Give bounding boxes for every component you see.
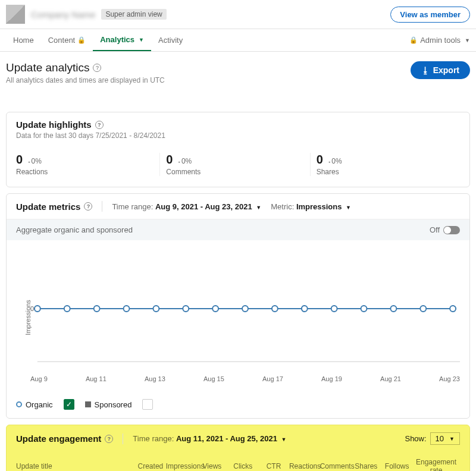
show-value: 10 <box>436 434 444 443</box>
export-button[interactable]: ⭳ Export <box>411 61 470 79</box>
svg-point-11 <box>302 306 308 312</box>
stat-reactions: 0 0% Reactions <box>16 153 160 176</box>
page-title-text: Update analytics <box>6 61 89 74</box>
legend-sponsored-label: Sponsored <box>95 400 132 409</box>
highlights-card: Update highlights ? Data for the last 30… <box>6 112 470 187</box>
organic-checkbox[interactable]: ✓ <box>64 399 74 410</box>
stat-delta: 0% <box>178 157 192 165</box>
svg-point-6 <box>153 306 159 312</box>
stat-shares: 0 0% Shares <box>311 153 460 176</box>
svg-point-10 <box>272 306 278 312</box>
help-icon[interactable]: ? <box>105 435 113 443</box>
svg-point-2 <box>35 306 40 312</box>
show-count-selector[interactable]: 10 ▼ <box>430 432 460 445</box>
chevron-down-icon: ▼ <box>256 205 261 211</box>
lock-icon: 🔒 <box>77 36 86 44</box>
svg-point-9 <box>242 306 248 312</box>
time-range-selector[interactable]: Time range: Aug 9, 2021 - Aug 23, 2021 ▼ <box>112 202 261 211</box>
aggregate-label: Aggregate organic and sponsored <box>16 225 133 234</box>
th-shares: Shares <box>350 462 381 470</box>
lock-icon: 🔒 <box>409 36 418 44</box>
tab-home[interactable]: Home <box>6 30 41 51</box>
th-update-title: Update title <box>16 462 135 470</box>
tab-activity[interactable]: Activity <box>151 30 190 51</box>
svg-point-3 <box>64 306 70 312</box>
time-range-value: Aug 11, 2021 - Aug 25, 2021 <box>176 434 277 443</box>
svg-point-16 <box>450 306 456 312</box>
chevron-down-icon: ▼ <box>346 205 351 211</box>
svg-point-15 <box>420 306 426 312</box>
th-er: Engagement rate <box>412 458 460 471</box>
time-range-label: Time range: <box>133 434 174 443</box>
aggregate-state: Off <box>430 225 440 234</box>
time-range-label: Time range: <box>112 202 153 211</box>
svg-point-14 <box>390 306 396 312</box>
sponsored-marker-icon <box>85 401 91 407</box>
admin-tools-label: Admin tools <box>420 36 461 45</box>
show-label: Show: <box>405 434 426 443</box>
org-logo[interactable] <box>6 5 25 24</box>
th-impressions: Impressions <box>166 462 197 470</box>
highlights-title-text: Update highlights <box>16 120 92 130</box>
tab-analytics-label: Analytics <box>100 35 134 44</box>
svg-point-7 <box>183 306 189 312</box>
svg-point-5 <box>124 306 130 312</box>
y-axis-label: Impressions <box>24 300 32 335</box>
aggregate-toggle[interactable] <box>443 226 460 234</box>
page-subtitle: All analytics dates and times are displa… <box>6 76 165 84</box>
help-icon[interactable]: ? <box>95 121 104 129</box>
engagement-time-range-selector[interactable]: Time range: Aug 11, 2021 - Aug 25, 2021 … <box>133 434 286 443</box>
stat-label: Comments <box>166 168 303 176</box>
highlights-range: Data for the last 30 days 7/25/2021 - 8/… <box>16 131 460 140</box>
th-clicks: Clicks <box>227 462 258 470</box>
th-views: Views <box>197 462 228 470</box>
nav-tabs: Home Content 🔒 Analytics ▼ Activity 🔒 Ad… <box>0 29 476 52</box>
stat-label: Shares <box>317 168 454 176</box>
organic-marker-icon <box>16 401 22 407</box>
engagement-table: Update title Created Impressions Views C… <box>7 452 469 471</box>
stat-comments: 0 0% Comments <box>160 153 310 176</box>
th-created: Created <box>135 462 166 470</box>
stat-value: 0 <box>16 153 23 167</box>
stat-value: 0 <box>166 153 173 167</box>
download-icon: ⭳ <box>421 65 430 75</box>
page-heading-row: Update analytics ? All analytics dates a… <box>0 52 476 94</box>
tab-content[interactable]: Content 🔒 <box>41 30 93 51</box>
chevron-down-icon: ▼ <box>281 437 287 442</box>
stat-delta: 0% <box>29 157 42 165</box>
chevron-down-icon: ▼ <box>139 37 144 43</box>
divider <box>123 434 123 444</box>
admin-tools-menu[interactable]: 🔒 Admin tools ▼ <box>409 30 470 51</box>
table-header-row: Update title Created Impressions Views C… <box>7 452 469 471</box>
metrics-card: Update metrics ? Time range: Aug 9, 2021… <box>6 193 470 419</box>
th-comments: Comments <box>320 462 351 470</box>
divider <box>102 201 102 212</box>
legend-organic: Organic <box>16 400 53 409</box>
metric-selector[interactable]: Metric: Impressions ▼ <box>271 202 351 211</box>
legend-organic-label: Organic <box>26 400 53 409</box>
stat-delta: 0% <box>328 157 342 165</box>
line-chart: 0 <box>30 252 460 371</box>
engagement-card: Update engagement ? Time range: Aug 11, … <box>6 425 470 471</box>
tab-analytics[interactable]: Analytics ▼ <box>93 29 151 51</box>
stats-row: 0 0% Reactions 0 0% Comments 0 0% Shares <box>7 147 469 187</box>
aggregate-bar: Aggregate organic and sponsored Off <box>7 219 469 240</box>
svg-point-12 <box>331 306 337 312</box>
chevron-down-icon: ▼ <box>465 37 470 43</box>
chevron-down-icon: ▼ <box>449 436 455 442</box>
svg-point-13 <box>361 306 367 312</box>
th-reactions: Reactions <box>289 462 320 470</box>
tab-content-label: Content <box>48 36 76 45</box>
help-icon[interactable]: ? <box>84 202 92 211</box>
x-axis-labels: Aug 9Aug 11Aug 13Aug 15Aug 17Aug 19Aug 2… <box>30 373 460 388</box>
svg-point-8 <box>212 306 218 312</box>
export-label: Export <box>433 65 459 75</box>
metrics-title: Update metrics ? <box>16 202 92 212</box>
org-name[interactable]: Company Name <box>31 10 95 20</box>
view-as-member-button[interactable]: View as member <box>390 7 470 23</box>
sponsored-checkbox[interactable] <box>142 399 153 410</box>
help-icon[interactable]: ? <box>93 64 101 72</box>
show-count: Show: 10 ▼ <box>405 432 460 445</box>
chart-legend: Organic ✓ Sponsored <box>7 394 469 418</box>
page-title: Update analytics ? <box>6 61 165 74</box>
